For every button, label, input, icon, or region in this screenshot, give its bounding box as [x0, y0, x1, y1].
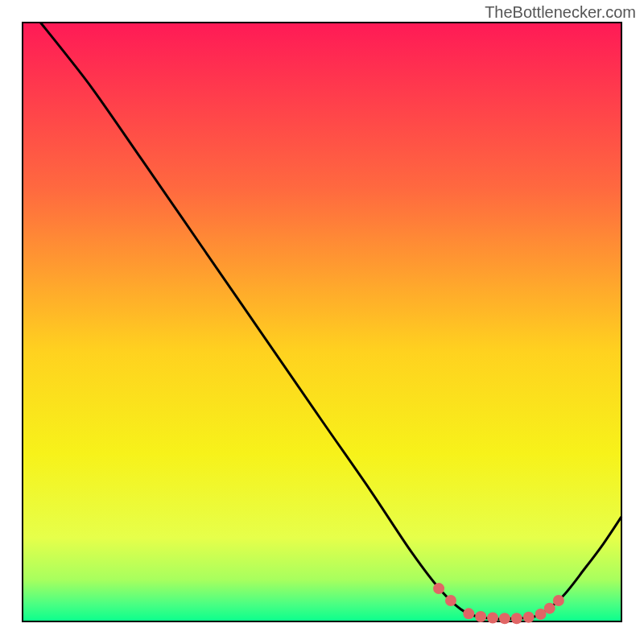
plot-background — [23, 23, 621, 621]
curve-marker — [553, 595, 564, 606]
curve-marker — [511, 613, 522, 624]
curve-marker — [433, 583, 444, 594]
curve-marker — [523, 612, 535, 623]
curve-marker — [487, 613, 498, 624]
bottleneck-chart: TheBottlenecker.com — [0, 0, 644, 644]
curve-marker — [544, 603, 555, 614]
chart-svg — [0, 0, 644, 644]
watermark-text: TheBottlenecker.com — [485, 3, 636, 22]
curve-marker — [445, 595, 456, 606]
curve-marker — [463, 608, 474, 619]
curve-marker — [499, 613, 510, 624]
curve-marker — [475, 611, 486, 622]
